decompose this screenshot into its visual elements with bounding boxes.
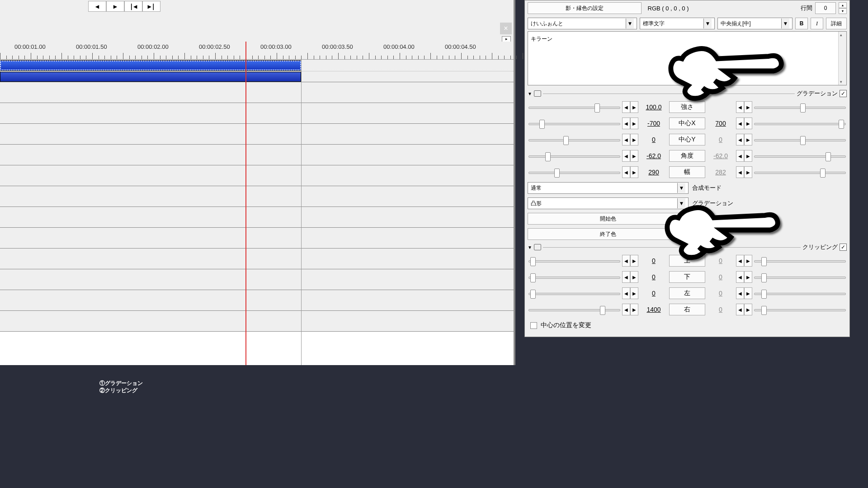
- slider-track-left[interactable]: [528, 291, 620, 295]
- scrollbar[interactable]: ▴▾: [838, 32, 846, 85]
- track-row[interactable]: [0, 103, 514, 124]
- center-change-checkbox[interactable]: [530, 322, 537, 329]
- step-left-icon[interactable]: ◀: [622, 255, 630, 267]
- param-value-left[interactable]: 290: [640, 166, 667, 178]
- track-row[interactable]: [0, 145, 514, 165]
- param-value-right[interactable]: 700: [707, 117, 734, 129]
- track-row[interactable]: [0, 186, 514, 207]
- slider-track-right[interactable]: [754, 154, 846, 158]
- linegap-value[interactable]: 0: [815, 2, 836, 14]
- param-value-right[interactable]: 0: [707, 134, 734, 145]
- param-value-right[interactable]: 0: [707, 271, 734, 283]
- slider-track-left[interactable]: [528, 154, 620, 158]
- step-right-icon[interactable]: ▶: [630, 166, 638, 178]
- timeline-clip[interactable]: [0, 72, 301, 82]
- font-select[interactable]: けいふぉんと▼: [528, 18, 637, 29]
- step-left-icon[interactable]: ◀: [622, 101, 630, 113]
- slider-track-right[interactable]: [754, 170, 846, 174]
- go-start-button[interactable]: |◀: [124, 1, 142, 12]
- param-value-right[interactable]: 0: [707, 287, 734, 299]
- track-row[interactable]: [0, 228, 514, 249]
- step-left-icon[interactable]: ◀: [622, 287, 630, 299]
- step-left-icon[interactable]: ◀: [622, 150, 630, 162]
- go-end-button[interactable]: ▶|: [142, 1, 160, 12]
- style-select[interactable]: 標準文字▼: [640, 18, 715, 29]
- slider-track-left[interactable]: [528, 138, 620, 141]
- slider-track-left[interactable]: [528, 275, 620, 279]
- slider-thumb[interactable]: [761, 306, 767, 315]
- slider-track-left[interactable]: [528, 122, 620, 125]
- track-row[interactable]: [0, 165, 514, 186]
- step-left-icon[interactable]: ◀: [736, 287, 744, 299]
- slider-track-right[interactable]: [754, 138, 846, 141]
- param-label[interactable]: 左: [669, 287, 705, 299]
- slider-track-right[interactable]: [754, 275, 846, 279]
- step-right-icon[interactable]: ▶: [630, 117, 638, 129]
- slider-thumb[interactable]: [554, 169, 560, 178]
- param-value-left[interactable]: 0: [640, 271, 667, 283]
- param-value-right[interactable]: 282: [707, 166, 734, 178]
- slider-track-left[interactable]: [528, 259, 620, 263]
- italic-button[interactable]: I: [811, 18, 823, 29]
- slider-thumb[interactable]: [530, 290, 536, 299]
- step-right-icon[interactable]: ▶: [630, 255, 638, 267]
- slider-thumb[interactable]: [761, 290, 767, 299]
- linegap-down-icon[interactable]: ▼: [839, 8, 847, 14]
- step-right-icon[interactable]: ▶: [744, 287, 752, 299]
- step-right-icon[interactable]: ▶: [744, 304, 752, 315]
- step-right-icon[interactable]: ▶: [744, 271, 752, 283]
- param-label[interactable]: 中心X: [669, 117, 705, 129]
- close-icon[interactable]: ×: [500, 23, 512, 34]
- slider-thumb[interactable]: [594, 103, 600, 113]
- step-right-icon[interactable]: ▶: [630, 101, 638, 113]
- param-label[interactable]: 下: [669, 271, 705, 283]
- step-right-icon[interactable]: ▶: [630, 271, 638, 283]
- step-left-icon[interactable]: ◀: [622, 117, 630, 129]
- step-right-icon[interactable]: ▶: [744, 117, 752, 129]
- param-value-left[interactable]: 0: [640, 287, 667, 299]
- track-row[interactable]: [0, 207, 514, 228]
- slider-track-left[interactable]: [528, 105, 620, 109]
- timeline-tracks[interactable]: [0, 60, 514, 365]
- slider-thumb[interactable]: [800, 136, 806, 145]
- param-value-right[interactable]: 0: [707, 304, 734, 315]
- step-left-icon[interactable]: ◀: [622, 304, 630, 315]
- param-label[interactable]: 角度: [669, 150, 705, 162]
- track-row[interactable]: [0, 82, 514, 103]
- clipping-checkbox[interactable]: ✓: [840, 244, 847, 251]
- scroll-up-icon[interactable]: ▴: [840, 33, 842, 37]
- slider-thumb[interactable]: [530, 273, 536, 282]
- param-value-left[interactable]: -700: [640, 117, 667, 129]
- gradation-checkbox[interactable]: ✓: [840, 90, 847, 97]
- slider-thumb[interactable]: [761, 273, 767, 282]
- param-value-left[interactable]: 1400: [640, 304, 667, 315]
- param-value-left[interactable]: 100.0: [640, 101, 667, 113]
- bold-button[interactable]: B: [795, 18, 808, 29]
- track-row[interactable]: [0, 249, 514, 269]
- timeline-clip-selected[interactable]: [0, 61, 301, 70]
- step-left-icon[interactable]: ◀: [622, 166, 630, 178]
- slider-thumb[interactable]: [800, 103, 806, 113]
- param-label[interactable]: 中心Y: [669, 134, 705, 145]
- play-prev-frame-button[interactable]: ◀: [88, 1, 106, 12]
- step-left-icon[interactable]: ◀: [622, 134, 630, 145]
- step-left-icon[interactable]: ◀: [736, 304, 744, 315]
- step-right-icon[interactable]: ▶: [744, 166, 752, 178]
- slider-thumb[interactable]: [600, 306, 605, 315]
- slider-thumb[interactable]: [530, 257, 536, 266]
- param-value-left[interactable]: -62.0: [640, 150, 667, 162]
- step-left-icon[interactable]: ◀: [736, 271, 744, 283]
- track-row[interactable]: [0, 269, 514, 290]
- step-right-icon[interactable]: ▶: [744, 150, 752, 162]
- step-left-icon[interactable]: ◀: [736, 117, 744, 129]
- collapse-icon[interactable]: ▼: [528, 91, 532, 96]
- step-left-icon[interactable]: ◀: [736, 150, 744, 162]
- slider-thumb[interactable]: [545, 152, 551, 161]
- slider-track-right[interactable]: [754, 291, 846, 295]
- param-value-left[interactable]: 0: [640, 134, 667, 145]
- slider-track-left[interactable]: [528, 170, 620, 174]
- param-label[interactable]: 右: [669, 304, 705, 315]
- play-next-frame-button[interactable]: ▶: [106, 1, 124, 12]
- step-right-icon[interactable]: ▶: [630, 304, 638, 315]
- step-right-icon[interactable]: ▶: [630, 134, 638, 145]
